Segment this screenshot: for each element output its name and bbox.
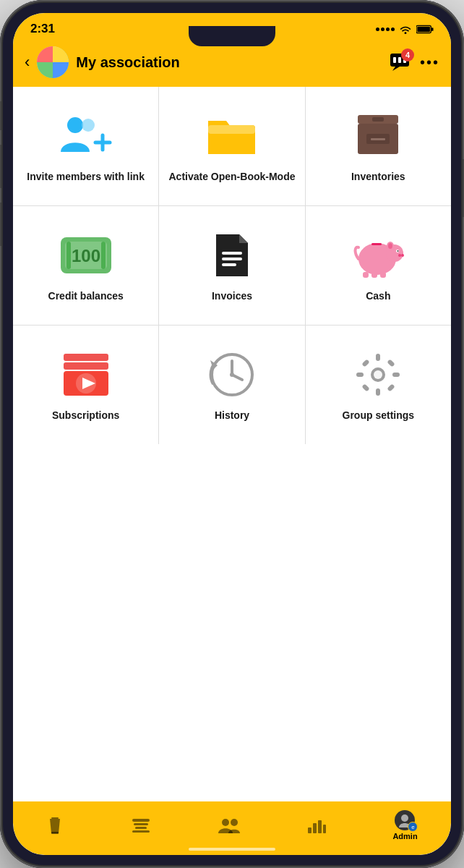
avatar[interactable] [37,46,69,78]
svg-rect-12 [398,57,401,63]
grid-item-activate-open-book[interactable]: Activate Open-Book-Mode [159,87,304,205]
nav-item-food[interactable] [125,813,157,838]
svg-point-37 [388,243,392,249]
svg-rect-2 [417,26,430,31]
svg-rect-31 [222,252,242,255]
notification-badge: 4 [401,48,414,61]
notification-button[interactable]: 4 [390,53,410,72]
svg-rect-7 [53,62,69,78]
subscriptions-icon [57,349,115,400]
invoice-icon [203,230,261,281]
nav-item-drink[interactable] [40,813,69,838]
grid-item-group-settings[interactable]: Group settings [306,326,451,444]
grid-item-history[interactable]: History [159,326,304,444]
invite-members-label: Invite members with link [27,170,145,183]
svg-rect-5 [53,46,69,62]
svg-rect-75 [313,823,317,833]
svg-rect-64 [362,384,370,392]
svg-point-41 [401,254,404,257]
group-icon [218,817,240,833]
svg-rect-67 [51,832,59,834]
grid-item-invoices[interactable]: Invoices [159,206,304,325]
admin-badge: e [408,822,418,832]
svg-rect-42 [371,243,382,245]
nav-item-admin[interactable]: e Admin [387,807,423,843]
piggy-icon [349,230,407,281]
svg-point-57 [374,370,382,379]
grid-item-credit-balances[interactable]: 100 Credit balances [13,206,158,325]
invoices-label: Invoices [212,289,252,302]
svg-rect-11 [393,57,396,63]
silent-button[interactable] [0,101,1,130]
svg-rect-43 [363,272,369,278]
svg-rect-62 [362,359,370,367]
svg-rect-44 [371,272,377,278]
notch [189,26,275,46]
svg-rect-63 [387,359,395,367]
wifi-icon [399,24,412,34]
status-time: 2:31 [30,22,55,36]
svg-rect-6 [37,62,53,78]
svg-rect-66 [51,817,59,819]
home-indicator [189,848,275,851]
grid-item-cash[interactable]: Cash [306,206,451,325]
header-actions: 4 ••• [390,53,439,72]
svg-rect-20 [208,125,255,134]
drink-icon [46,816,64,835]
admin-avatar-wrap: e [395,810,415,830]
credit-balances-label: Credit balances [48,289,124,302]
volume-up-button[interactable] [0,145,1,188]
nav-item-stats[interactable] [301,814,332,836]
volume-down-button[interactable] [0,203,1,246]
svg-point-55 [230,373,234,377]
phone-frame: 2:31 [0,0,464,868]
svg-point-39 [398,250,399,252]
svg-point-78 [401,814,408,822]
svg-point-14 [67,117,83,133]
battery-icon [416,25,434,34]
grid-item-inventories[interactable]: Inventories [306,87,451,205]
folder-icon [203,111,261,161]
svg-rect-24 [371,138,385,140]
grid-item-subscriptions[interactable]: Subscriptions [13,326,158,444]
empty-area [13,444,451,801]
cash-label: Cash [366,289,390,302]
phone-screen: 2:31 [13,13,451,855]
svg-rect-29 [66,242,71,269]
admin-label: Admin [392,832,417,841]
svg-rect-1 [431,27,434,31]
box-icon [349,111,407,161]
settings-icon [349,349,407,400]
svg-rect-58 [376,354,380,361]
inventories-label: Inventories [351,170,405,183]
svg-rect-47 [64,362,108,370]
svg-rect-71 [132,830,150,833]
svg-rect-74 [308,827,312,833]
history-icon [203,349,261,400]
back-button[interactable]: ‹ [25,53,30,72]
svg-marker-10 [392,67,400,71]
svg-rect-33 [222,263,236,266]
nav-item-group[interactable] [212,814,246,836]
app-header: ‹ My association [13,41,451,87]
invite-members-icon [57,111,115,161]
svg-rect-77 [323,825,326,833]
svg-rect-61 [392,373,400,377]
signal-icon [376,27,395,31]
more-options-button[interactable]: ••• [420,54,439,71]
status-icons [376,24,434,34]
svg-rect-65 [387,384,395,392]
svg-rect-30 [101,242,106,269]
svg-point-72 [222,819,229,826]
svg-rect-68 [132,819,150,822]
credit-icon: 100 [57,230,115,281]
header-title: My association [76,54,382,71]
svg-rect-32 [222,258,242,260]
svg-rect-69 [134,823,148,825]
grid-item-invite-members[interactable]: Invite members with link [13,87,158,205]
svg-point-15 [82,119,95,132]
svg-rect-45 [380,272,386,278]
history-label: History [215,409,249,422]
svg-rect-70 [135,827,147,829]
svg-rect-76 [318,820,322,833]
